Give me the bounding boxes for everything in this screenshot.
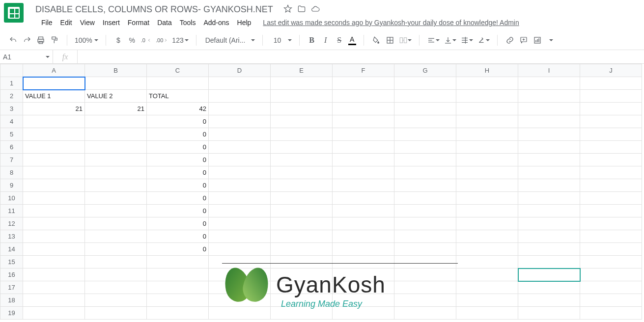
cell-A8[interactable] bbox=[23, 166, 85, 179]
cell-G14[interactable] bbox=[394, 243, 456, 256]
column-header-G[interactable]: G bbox=[394, 64, 456, 77]
cell-G5[interactable] bbox=[394, 128, 456, 141]
cell-J19[interactable] bbox=[580, 307, 642, 320]
cell-A14[interactable] bbox=[23, 243, 85, 256]
decrease-decimal-button[interactable]: .0 bbox=[140, 34, 153, 47]
italic-button[interactable]: I bbox=[319, 34, 332, 47]
cell-B1[interactable] bbox=[85, 77, 147, 90]
cell-D8[interactable] bbox=[209, 166, 271, 179]
cell-H13[interactable] bbox=[456, 230, 518, 243]
bold-button[interactable]: B bbox=[306, 34, 318, 47]
cell-D14[interactable] bbox=[209, 243, 271, 256]
cell-J14[interactable] bbox=[580, 243, 642, 256]
cell-J16[interactable] bbox=[580, 268, 642, 281]
paint-format-button[interactable] bbox=[48, 34, 61, 47]
cell-G13[interactable] bbox=[394, 230, 456, 243]
star-icon[interactable] bbox=[283, 4, 293, 15]
cell-H1[interactable] bbox=[456, 77, 518, 90]
cell-C7[interactable]: 0 bbox=[147, 154, 209, 166]
cell-F3[interactable] bbox=[333, 103, 394, 115]
cell-A13[interactable] bbox=[23, 230, 85, 243]
cell-J5[interactable] bbox=[580, 128, 642, 141]
cell-C6[interactable]: 0 bbox=[147, 141, 209, 154]
cell-I3[interactable] bbox=[518, 103, 580, 115]
more-toolbar-icon[interactable] bbox=[545, 34, 558, 47]
cell-D19[interactable] bbox=[209, 307, 271, 320]
cell-H16[interactable] bbox=[456, 268, 518, 281]
menu-view[interactable]: View bbox=[76, 17, 99, 28]
cell-G3[interactable] bbox=[394, 103, 456, 115]
cell-J17[interactable] bbox=[580, 281, 642, 294]
cell-C14[interactable]: 0 bbox=[147, 243, 209, 256]
row-header-12[interactable]: 12 bbox=[0, 217, 23, 230]
name-box[interactable]: A1 bbox=[0, 50, 53, 63]
text-color-button[interactable]: A bbox=[347, 34, 358, 47]
cell-G8[interactable] bbox=[394, 166, 456, 179]
cloud-icon[interactable] bbox=[310, 4, 320, 15]
cell-E7[interactable] bbox=[271, 154, 333, 166]
cell-C4[interactable]: 0 bbox=[147, 115, 209, 128]
cell-C3[interactable]: 42 bbox=[147, 103, 209, 115]
row-header-4[interactable]: 4 bbox=[0, 115, 23, 128]
cell-G12[interactable] bbox=[394, 217, 456, 230]
cell-I15[interactable] bbox=[518, 256, 580, 268]
cell-F13[interactable] bbox=[333, 230, 394, 243]
cell-D17[interactable] bbox=[209, 281, 271, 294]
cell-A16[interactable] bbox=[23, 268, 85, 281]
cell-G6[interactable] bbox=[394, 141, 456, 154]
print-button[interactable] bbox=[34, 34, 47, 47]
cell-I19[interactable] bbox=[518, 307, 580, 320]
undo-button[interactable] bbox=[7, 34, 20, 47]
cell-B14[interactable] bbox=[85, 243, 147, 256]
cell-A18[interactable] bbox=[23, 294, 85, 307]
menu-addons[interactable]: Add-ons bbox=[199, 17, 233, 28]
cell-H3[interactable] bbox=[456, 103, 518, 115]
row-header-15[interactable]: 15 bbox=[0, 256, 23, 268]
menu-edit[interactable]: Edit bbox=[56, 17, 76, 28]
cell-A2[interactable]: VALUE 1 bbox=[23, 90, 85, 103]
cell-B11[interactable] bbox=[85, 205, 147, 217]
row-header-5[interactable]: 5 bbox=[0, 128, 23, 141]
cell-H15[interactable] bbox=[456, 256, 518, 268]
cell-J18[interactable] bbox=[580, 294, 642, 307]
cell-G19[interactable] bbox=[394, 307, 456, 320]
cell-F1[interactable] bbox=[333, 77, 394, 90]
cell-F7[interactable] bbox=[333, 154, 394, 166]
cell-E10[interactable] bbox=[271, 192, 333, 205]
cell-E12[interactable] bbox=[271, 217, 333, 230]
insert-comment-button[interactable] bbox=[517, 34, 530, 47]
cell-H19[interactable] bbox=[456, 307, 518, 320]
cell-B17[interactable] bbox=[85, 281, 147, 294]
row-header-16[interactable]: 16 bbox=[0, 268, 23, 281]
column-header-I[interactable]: I bbox=[518, 64, 580, 77]
cell-I10[interactable] bbox=[518, 192, 580, 205]
cell-A12[interactable] bbox=[23, 217, 85, 230]
cell-H8[interactable] bbox=[456, 166, 518, 179]
row-header-9[interactable]: 9 bbox=[0, 179, 23, 192]
cell-I12[interactable] bbox=[518, 217, 580, 230]
move-icon[interactable] bbox=[297, 4, 307, 15]
cell-B7[interactable] bbox=[85, 154, 147, 166]
cell-E17[interactable] bbox=[271, 281, 333, 294]
redo-button[interactable] bbox=[21, 34, 33, 47]
cell-A10[interactable] bbox=[23, 192, 85, 205]
cell-H10[interactable] bbox=[456, 192, 518, 205]
spreadsheet-grid[interactable]: ABCDEFGHIJ12VALUE 1VALUE 2TOTAL321214240… bbox=[0, 64, 642, 320]
column-header-E[interactable]: E bbox=[271, 64, 333, 77]
cell-H7[interactable] bbox=[456, 154, 518, 166]
row-header-17[interactable]: 17 bbox=[0, 281, 23, 294]
cell-E5[interactable] bbox=[271, 128, 333, 141]
cell-F14[interactable] bbox=[333, 243, 394, 256]
cell-F18[interactable] bbox=[333, 294, 394, 307]
cell-D3[interactable] bbox=[209, 103, 271, 115]
cell-G10[interactable] bbox=[394, 192, 456, 205]
cell-B16[interactable] bbox=[85, 268, 147, 281]
select-all-corner[interactable] bbox=[0, 64, 23, 77]
cell-C8[interactable]: 0 bbox=[147, 166, 209, 179]
cell-B15[interactable] bbox=[85, 256, 147, 268]
cell-F4[interactable] bbox=[333, 115, 394, 128]
cell-J4[interactable] bbox=[580, 115, 642, 128]
cell-J8[interactable] bbox=[580, 166, 642, 179]
cell-B5[interactable] bbox=[85, 128, 147, 141]
cell-H9[interactable] bbox=[456, 179, 518, 192]
